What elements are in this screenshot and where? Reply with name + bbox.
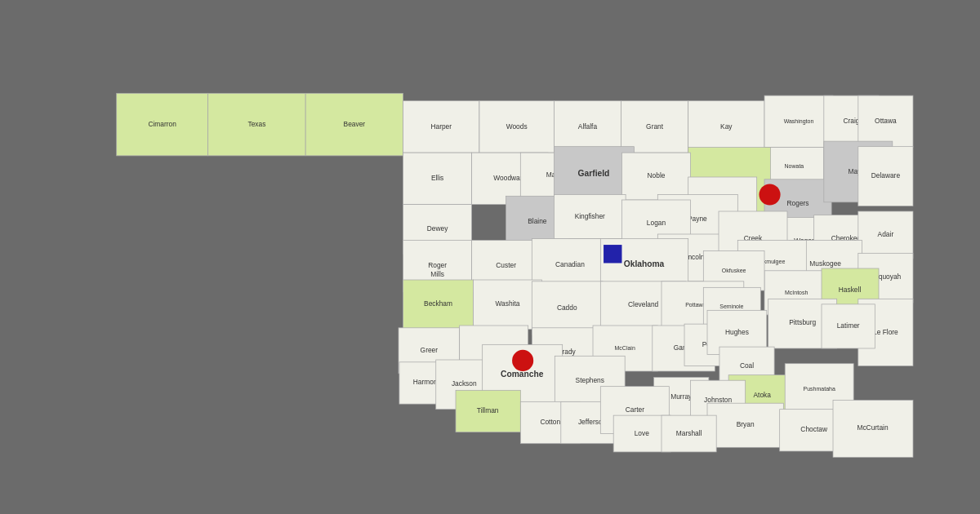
county-harper[interactable] (403, 101, 479, 153)
marker-oklahoma-square[interactable] (604, 245, 621, 263)
map-container: Cimarron Texas Beaver Harper Woods Alfal… (41, 29, 939, 485)
county-beaver[interactable] (305, 93, 403, 156)
county-noble[interactable] (621, 153, 690, 200)
county-washington[interactable] (764, 95, 833, 147)
county-beckham[interactable] (403, 280, 474, 330)
county-bryan[interactable] (707, 403, 783, 447)
county-delaware[interactable] (858, 147, 913, 206)
county-marshall[interactable] (662, 415, 716, 452)
county-texas[interactable] (208, 93, 305, 156)
county-caddo[interactable] (532, 281, 603, 335)
county-alfalfa[interactable] (554, 101, 621, 153)
county-mccurtain[interactable] (833, 400, 913, 457)
county-washita[interactable] (473, 280, 541, 330)
county-kay[interactable] (688, 101, 764, 153)
county-latimer[interactable] (822, 304, 875, 348)
county-ottawa[interactable] (858, 95, 913, 147)
county-kingfisher[interactable] (554, 194, 626, 238)
county-grant[interactable] (621, 101, 688, 153)
county-cimarron[interactable] (117, 93, 208, 156)
marker-rogers-circle[interactable] (759, 184, 780, 205)
county-tillman[interactable] (456, 390, 520, 432)
county-adair[interactable] (858, 211, 913, 259)
marker-comanche-circle[interactable] (512, 350, 533, 371)
county-ellis[interactable] (403, 153, 472, 204)
county-woods[interactable] (479, 101, 554, 153)
oklahoma-map: Cimarron Texas Beaver Harper Woods Alfal… (41, 29, 939, 485)
